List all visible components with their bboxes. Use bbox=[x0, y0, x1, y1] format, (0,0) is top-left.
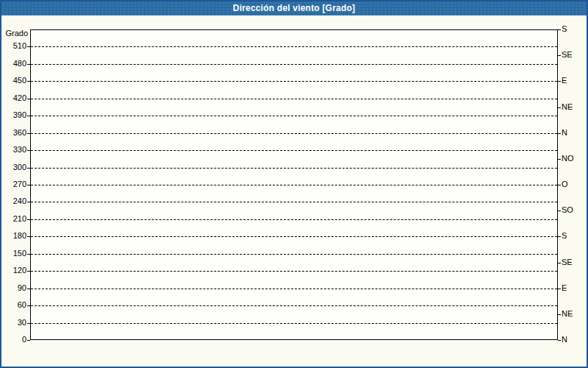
y-tick-label: 90 bbox=[1, 283, 26, 293]
y-tick-label: 150 bbox=[1, 249, 26, 258]
y-axis-tick bbox=[27, 236, 30, 237]
compass-tick-label: NE bbox=[562, 102, 573, 112]
y-axis-tick bbox=[27, 64, 30, 65]
compass-axis-tick bbox=[558, 263, 561, 263]
y-axis-tick bbox=[27, 340, 30, 341]
compass-tick-label: N bbox=[562, 335, 567, 344]
compass-axis-tick bbox=[558, 236, 561, 237]
y-tick-label: 180 bbox=[1, 231, 26, 241]
y-axis-tick bbox=[27, 168, 30, 169]
y-axis-tick bbox=[27, 202, 30, 202]
compass-axis-tick bbox=[558, 133, 561, 134]
chart-title-bar: Dirección del viento [Grado] bbox=[1, 1, 587, 15]
compass-axis-tick bbox=[558, 55, 561, 56]
compass-tick-label: E bbox=[562, 76, 567, 85]
compass-tick-label: SE bbox=[562, 258, 573, 267]
compass-tick-label: S bbox=[562, 24, 567, 34]
h-gridline bbox=[31, 185, 557, 185]
y-tick-label: 270 bbox=[1, 180, 26, 189]
compass-tick-label: E bbox=[562, 283, 567, 293]
y-axis-tick bbox=[27, 185, 30, 185]
y-tick-label: 390 bbox=[1, 110, 26, 120]
y-axis-tick bbox=[27, 150, 30, 151]
compass-axis-tick bbox=[558, 159, 561, 160]
y-axis-tick bbox=[27, 254, 30, 255]
h-gridline bbox=[31, 133, 557, 134]
y-tick-label: 120 bbox=[1, 266, 26, 275]
h-gridline bbox=[31, 236, 557, 237]
y-axis-tick bbox=[27, 305, 30, 306]
h-gridline bbox=[31, 254, 557, 255]
compass-axis-tick bbox=[558, 210, 561, 211]
y-tick-label: 0 bbox=[1, 335, 26, 344]
chart-frame: Dirección del viento [Grado] Grado 03060… bbox=[0, 0, 588, 368]
compass-axis-tick bbox=[558, 314, 561, 315]
y-tick-label: 420 bbox=[1, 93, 26, 103]
y-tick-label: 450 bbox=[1, 76, 26, 85]
y-tick-label: 330 bbox=[1, 145, 26, 155]
y-tick-label: 510 bbox=[1, 41, 26, 51]
compass-axis-tick bbox=[558, 289, 561, 289]
h-gridline bbox=[31, 168, 557, 169]
chart-title: Dirección del viento [Grado] bbox=[233, 3, 355, 13]
y-axis-tick bbox=[27, 289, 30, 289]
y-tick-label: 300 bbox=[1, 163, 26, 172]
compass-axis-tick bbox=[558, 29, 561, 30]
h-gridline bbox=[31, 64, 557, 65]
h-gridline bbox=[31, 271, 557, 272]
y-axis-tick bbox=[27, 46, 30, 47]
y-axis-tick bbox=[27, 133, 30, 134]
y-tick-label: 60 bbox=[1, 300, 26, 310]
compass-axis-tick bbox=[558, 340, 561, 341]
h-gridline bbox=[31, 116, 557, 116]
y-axis-title: Grado bbox=[1, 29, 28, 38]
y-tick-label: 360 bbox=[1, 128, 26, 138]
h-gridline bbox=[31, 99, 557, 99]
compass-axis-tick bbox=[558, 81, 561, 82]
compass-tick-label: SE bbox=[562, 50, 573, 60]
y-tick-label: 30 bbox=[1, 318, 26, 328]
y-tick-label: 210 bbox=[1, 214, 26, 224]
compass-tick-label: SO bbox=[562, 205, 573, 215]
h-gridline bbox=[31, 305, 557, 306]
compass-tick-label: S bbox=[562, 231, 567, 241]
h-gridline bbox=[31, 323, 557, 324]
compass-tick-label: N bbox=[562, 128, 567, 138]
compass-axis-tick bbox=[558, 107, 561, 108]
y-axis-tick bbox=[27, 219, 30, 220]
compass-axis-tick bbox=[558, 185, 561, 185]
y-axis-tick bbox=[27, 99, 30, 99]
compass-tick-label: NE bbox=[562, 309, 573, 319]
y-axis-tick bbox=[27, 323, 30, 324]
compass-tick-label: NO bbox=[562, 154, 574, 163]
compass-tick-label: O bbox=[562, 180, 568, 189]
h-gridline bbox=[31, 46, 557, 47]
h-gridline bbox=[31, 289, 557, 289]
y-tick-label: 480 bbox=[1, 59, 26, 68]
h-gridline bbox=[31, 150, 557, 151]
h-gridline bbox=[31, 202, 557, 202]
y-tick-label: 240 bbox=[1, 197, 26, 206]
h-gridline bbox=[31, 219, 557, 220]
y-axis-tick bbox=[27, 271, 30, 272]
y-axis-tick bbox=[27, 116, 30, 116]
h-gridline bbox=[31, 81, 557, 82]
y-axis-tick bbox=[27, 81, 30, 82]
